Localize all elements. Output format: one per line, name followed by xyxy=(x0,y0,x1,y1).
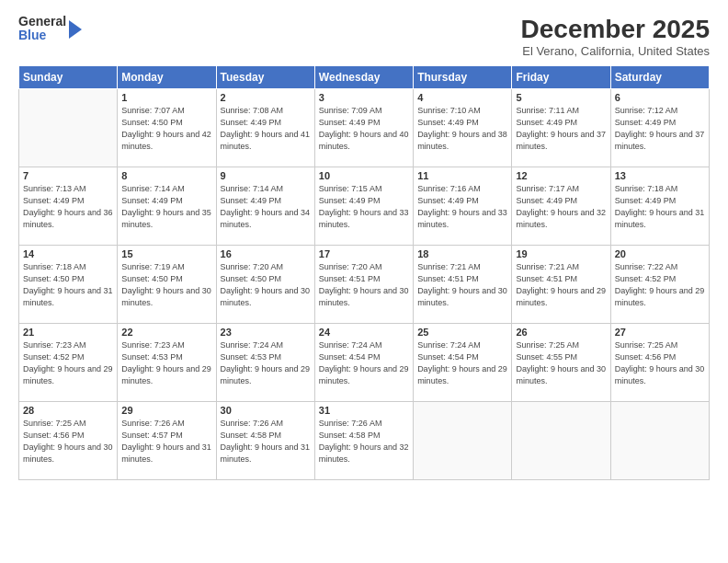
day-info: Sunrise: 7:17 AMSunset: 4:49 PMDaylight:… xyxy=(516,183,606,231)
day-number: 4 xyxy=(417,92,507,103)
day-info: Sunrise: 7:26 AMSunset: 4:57 PMDaylight:… xyxy=(121,418,211,465)
day-number: 13 xyxy=(615,170,705,181)
table-row: 26 Sunrise: 7:25 AMSunset: 4:55 PMDaylig… xyxy=(512,324,610,402)
day-number: 17 xyxy=(319,248,409,259)
table-row: 9 Sunrise: 7:14 AMSunset: 4:49 PMDayligh… xyxy=(216,167,314,246)
day-info: Sunrise: 7:26 AMSunset: 4:58 PMDaylight:… xyxy=(319,418,409,465)
day-info: Sunrise: 7:18 AMSunset: 4:50 PMDaylight:… xyxy=(23,261,113,309)
table-row: 20 Sunrise: 7:22 AMSunset: 4:52 PMDaylig… xyxy=(610,246,709,324)
location: El Verano, California, United States xyxy=(521,44,710,58)
table-row: 27 Sunrise: 7:25 AMSunset: 4:56 PMDaylig… xyxy=(610,324,709,402)
day-info: Sunrise: 7:23 AMSunset: 4:52 PMDaylight:… xyxy=(23,339,113,387)
table-row: 17 Sunrise: 7:20 AMSunset: 4:51 PMDaylig… xyxy=(314,246,413,324)
table-row: 11 Sunrise: 7:16 AMSunset: 4:49 PMDaylig… xyxy=(414,167,512,246)
table-row: 28 Sunrise: 7:25 AMSunset: 4:56 PMDaylig… xyxy=(19,402,118,480)
day-info: Sunrise: 7:25 AMSunset: 4:55 PMDaylight:… xyxy=(516,339,606,387)
day-number: 16 xyxy=(221,248,311,259)
day-info: Sunrise: 7:25 AMSunset: 4:56 PMDaylight:… xyxy=(615,339,705,387)
day-info: Sunrise: 7:21 AMSunset: 4:51 PMDaylight:… xyxy=(516,261,606,309)
day-number: 19 xyxy=(516,248,606,259)
col-thursday: Thursday xyxy=(414,66,512,89)
table-row: 6 Sunrise: 7:12 AMSunset: 4:49 PMDayligh… xyxy=(610,89,709,167)
day-number: 18 xyxy=(417,248,507,259)
table-row xyxy=(19,89,118,167)
day-info: Sunrise: 7:24 AMSunset: 4:53 PMDaylight:… xyxy=(221,339,311,387)
table-row xyxy=(414,402,512,480)
col-saturday: Saturday xyxy=(610,66,709,89)
day-number: 2 xyxy=(221,92,311,103)
day-info: Sunrise: 7:20 AMSunset: 4:50 PMDaylight:… xyxy=(221,261,311,309)
day-number: 22 xyxy=(121,327,211,338)
month-title: December 2025 xyxy=(521,15,710,44)
day-number: 28 xyxy=(23,405,113,416)
day-number: 29 xyxy=(121,405,211,416)
table-row: 10 Sunrise: 7:15 AMSunset: 4:49 PMDaylig… xyxy=(314,167,413,246)
logo-text: General Blue xyxy=(18,15,66,43)
day-number: 23 xyxy=(221,327,311,338)
day-number: 5 xyxy=(516,92,606,103)
table-row: 14 Sunrise: 7:18 AMSunset: 4:50 PMDaylig… xyxy=(19,246,118,324)
col-tuesday: Tuesday xyxy=(216,66,314,89)
day-number: 9 xyxy=(221,170,311,181)
table-row: 31 Sunrise: 7:26 AMSunset: 4:58 PMDaylig… xyxy=(314,402,413,480)
table-row: 2 Sunrise: 7:08 AMSunset: 4:49 PMDayligh… xyxy=(216,89,314,167)
day-number: 27 xyxy=(615,327,705,338)
day-info: Sunrise: 7:15 AMSunset: 4:49 PMDaylight:… xyxy=(319,183,409,231)
calendar-week-row: 1 Sunrise: 7:07 AMSunset: 4:50 PMDayligh… xyxy=(19,89,710,167)
day-info: Sunrise: 7:10 AMSunset: 4:49 PMDaylight:… xyxy=(417,105,507,153)
table-row: 4 Sunrise: 7:10 AMSunset: 4:49 PMDayligh… xyxy=(414,89,512,167)
logo-arrow-icon xyxy=(69,20,82,39)
header: General Blue December 2025 El Verano, Ca… xyxy=(18,15,710,58)
table-row: 18 Sunrise: 7:21 AMSunset: 4:51 PMDaylig… xyxy=(414,246,512,324)
day-number: 7 xyxy=(23,170,113,181)
day-info: Sunrise: 7:14 AMSunset: 4:49 PMDaylight:… xyxy=(121,183,211,231)
day-number: 20 xyxy=(615,248,705,259)
table-row: 29 Sunrise: 7:26 AMSunset: 4:57 PMDaylig… xyxy=(118,402,216,480)
table-row: 30 Sunrise: 7:26 AMSunset: 4:58 PMDaylig… xyxy=(216,402,314,480)
table-row: 25 Sunrise: 7:24 AMSunset: 4:54 PMDaylig… xyxy=(414,324,512,402)
col-wednesday: Wednesday xyxy=(314,66,413,89)
table-row: 12 Sunrise: 7:17 AMSunset: 4:49 PMDaylig… xyxy=(512,167,610,246)
day-number: 6 xyxy=(615,92,705,103)
table-row xyxy=(610,402,709,480)
day-number: 14 xyxy=(23,248,113,259)
calendar-week-row: 21 Sunrise: 7:23 AMSunset: 4:52 PMDaylig… xyxy=(19,324,710,402)
day-info: Sunrise: 7:08 AMSunset: 4:49 PMDaylight:… xyxy=(221,105,311,153)
day-info: Sunrise: 7:24 AMSunset: 4:54 PMDaylight:… xyxy=(417,339,507,387)
table-row: 3 Sunrise: 7:09 AMSunset: 4:49 PMDayligh… xyxy=(314,89,413,167)
logo-general: General xyxy=(18,15,66,29)
day-info: Sunrise: 7:13 AMSunset: 4:49 PMDaylight:… xyxy=(23,183,113,231)
table-row: 24 Sunrise: 7:24 AMSunset: 4:54 PMDaylig… xyxy=(314,324,413,402)
table-row: 15 Sunrise: 7:19 AMSunset: 4:50 PMDaylig… xyxy=(118,246,216,324)
day-info: Sunrise: 7:23 AMSunset: 4:53 PMDaylight:… xyxy=(121,339,211,387)
day-number: 10 xyxy=(319,170,409,181)
logo: General Blue xyxy=(18,15,82,43)
day-number: 1 xyxy=(121,92,211,103)
day-info: Sunrise: 7:11 AMSunset: 4:49 PMDaylight:… xyxy=(516,105,606,153)
day-info: Sunrise: 7:18 AMSunset: 4:49 PMDaylight:… xyxy=(615,183,705,231)
day-number: 15 xyxy=(121,248,211,259)
col-monday: Monday xyxy=(118,66,216,89)
day-info: Sunrise: 7:25 AMSunset: 4:56 PMDaylight:… xyxy=(23,418,113,465)
calendar-week-row: 28 Sunrise: 7:25 AMSunset: 4:56 PMDaylig… xyxy=(19,402,710,480)
table-row: 22 Sunrise: 7:23 AMSunset: 4:53 PMDaylig… xyxy=(118,324,216,402)
day-number: 12 xyxy=(516,170,606,181)
day-info: Sunrise: 7:22 AMSunset: 4:52 PMDaylight:… xyxy=(615,261,705,309)
table-row: 21 Sunrise: 7:23 AMSunset: 4:52 PMDaylig… xyxy=(19,324,118,402)
calendar-week-row: 14 Sunrise: 7:18 AMSunset: 4:50 PMDaylig… xyxy=(19,246,710,324)
day-info: Sunrise: 7:12 AMSunset: 4:49 PMDaylight:… xyxy=(615,105,705,153)
day-number: 3 xyxy=(319,92,409,103)
table-row: 8 Sunrise: 7:14 AMSunset: 4:49 PMDayligh… xyxy=(118,167,216,246)
day-info: Sunrise: 7:21 AMSunset: 4:51 PMDaylight:… xyxy=(417,261,507,309)
day-info: Sunrise: 7:24 AMSunset: 4:54 PMDaylight:… xyxy=(319,339,409,387)
table-row: 1 Sunrise: 7:07 AMSunset: 4:50 PMDayligh… xyxy=(118,89,216,167)
day-info: Sunrise: 7:19 AMSunset: 4:50 PMDaylight:… xyxy=(121,261,211,309)
col-friday: Friday xyxy=(512,66,610,89)
day-number: 8 xyxy=(121,170,211,181)
day-info: Sunrise: 7:07 AMSunset: 4:50 PMDaylight:… xyxy=(121,105,211,153)
calendar-table: Sunday Monday Tuesday Wednesday Thursday… xyxy=(18,65,710,480)
day-number: 30 xyxy=(221,405,311,416)
table-row xyxy=(512,402,610,480)
day-number: 24 xyxy=(319,327,409,338)
day-info: Sunrise: 7:14 AMSunset: 4:49 PMDaylight:… xyxy=(221,183,311,231)
